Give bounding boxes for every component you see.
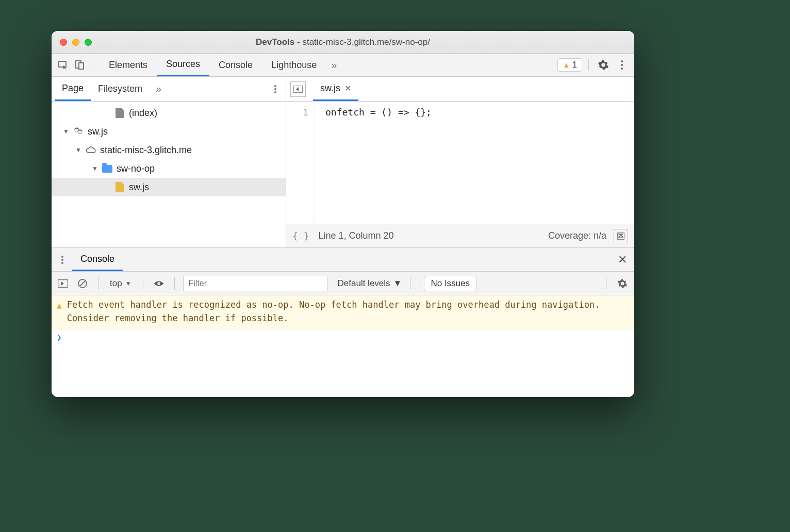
- console-prompt[interactable]: ❯: [52, 329, 634, 345]
- show-console-sidebar-icon[interactable]: [56, 276, 70, 291]
- tree-expand-icon[interactable]: ▼: [63, 128, 69, 135]
- levels-label: Default levels: [338, 278, 390, 289]
- tree-expand-icon[interactable]: ▼: [92, 165, 98, 172]
- title-prefix: DevTools -: [256, 37, 302, 47]
- tree-item-domain[interactable]: ▼ static-misc-3.glitch.me: [52, 141, 286, 159]
- main-toolbar: Elements Sources Console Lighthouse » ▲ …: [52, 54, 634, 77]
- log-levels-selector[interactable]: Default levels ▼: [333, 278, 402, 289]
- svg-point-5: [621, 68, 623, 70]
- console-settings-icon[interactable]: [615, 278, 630, 289]
- context-selector[interactable]: top ▼: [107, 278, 135, 289]
- console-drawer: Console ✕ top ▼ Default levels: [52, 247, 634, 397]
- warning-count: 1: [572, 60, 577, 70]
- coverage-label: Coverage: n/a: [548, 230, 606, 241]
- tree-label: sw.js: [88, 126, 108, 137]
- sources-sidebar: Page Filesystem » (index) ▼ s: [52, 77, 286, 247]
- tree-label: static-misc-3.glitch.me: [100, 145, 192, 156]
- tree-item-folder[interactable]: ▼ sw-no-op: [52, 159, 286, 178]
- cursor-position: Line 1, Column 20: [319, 230, 394, 241]
- drawer-tab-console[interactable]: Console: [72, 248, 123, 271]
- tab-console[interactable]: Console: [209, 54, 262, 76]
- divider: [98, 277, 98, 290]
- dropdown-icon: ▼: [125, 280, 131, 287]
- tree-item-index[interactable]: (index): [52, 104, 286, 122]
- editor-status-bar: { } Line 1, Column 20 Coverage: n/a: [286, 224, 634, 247]
- sidebar-tabs: Page Filesystem »: [52, 77, 286, 102]
- window-title: DevTools - static-misc-3.glitch.me/sw-no…: [256, 37, 430, 47]
- close-window-button[interactable]: [60, 39, 67, 46]
- more-options-icon[interactable]: [614, 57, 630, 73]
- svg-rect-11: [618, 234, 623, 235]
- js-file-icon: [114, 181, 125, 193]
- warning-icon: ▲: [563, 61, 570, 69]
- divider: [93, 59, 93, 71]
- svg-point-7: [274, 88, 276, 90]
- close-tab-icon[interactable]: ✕: [344, 84, 351, 93]
- cloud-icon: [86, 144, 96, 156]
- tree-label: sw.js: [129, 182, 149, 193]
- folder-icon: [102, 162, 112, 175]
- inspect-element-icon[interactable]: [56, 58, 70, 72]
- line-number: 1: [286, 107, 308, 118]
- issues-button[interactable]: No Issues: [424, 276, 476, 291]
- drawer-more-options-icon[interactable]: [56, 256, 69, 264]
- warning-message: Fetch event handler is recognized as no-…: [67, 298, 629, 325]
- close-drawer-icon[interactable]: ✕: [615, 253, 630, 267]
- svg-point-12: [61, 256, 63, 258]
- tree-expand-icon[interactable]: ▼: [75, 146, 81, 154]
- svg-point-3: [621, 60, 623, 62]
- device-toolbar-icon[interactable]: [72, 58, 87, 72]
- svg-point-4: [621, 64, 623, 66]
- file-tree: (index) ▼ sw.js ▼ static-misc-3.glitch.m…: [52, 102, 286, 247]
- tab-lighthouse[interactable]: Lighthouse: [262, 54, 326, 76]
- tab-elements[interactable]: Elements: [100, 54, 157, 76]
- sidebar-more-options-icon[interactable]: [268, 85, 283, 93]
- divider: [174, 277, 175, 290]
- divider: [410, 277, 410, 290]
- sidebar-tab-filesystem[interactable]: Filesystem: [91, 77, 150, 101]
- warnings-badge[interactable]: ▲ 1: [557, 58, 582, 72]
- clear-console-icon[interactable]: [75, 276, 90, 291]
- sidebar-tab-page[interactable]: Page: [55, 77, 91, 101]
- svg-point-14: [61, 262, 63, 264]
- svg-line-17: [80, 281, 85, 286]
- context-label: top: [110, 278, 122, 289]
- code-content[interactable]: onfetch = () => {};: [315, 102, 634, 224]
- svg-point-6: [274, 85, 276, 87]
- console-log: ▲ Fetch event handler is recognized as n…: [52, 295, 634, 397]
- toggle-debugger-pane-icon[interactable]: [614, 229, 628, 243]
- line-gutter: 1: [286, 102, 315, 224]
- console-toolbar: top ▼ Default levels ▼ No Issues: [52, 272, 634, 295]
- svg-rect-0: [59, 61, 66, 67]
- service-worker-icon: [73, 125, 84, 138]
- zoom-window-button[interactable]: [85, 39, 92, 46]
- more-tabs-icon[interactable]: »: [326, 59, 342, 71]
- traffic-lights: [60, 39, 92, 46]
- toggle-navigator-icon[interactable]: [290, 81, 306, 97]
- svg-point-8: [274, 91, 276, 93]
- tree-item-sw-root[interactable]: ▼ sw.js: [52, 122, 286, 141]
- live-expression-icon[interactable]: [152, 276, 166, 291]
- dropdown-icon: ▼: [393, 278, 402, 289]
- editor-tab-label: sw.js: [320, 83, 340, 94]
- tree-label: (index): [129, 108, 157, 119]
- editor-tabs: sw.js ✕: [286, 77, 634, 102]
- sidebar-more-tabs-icon[interactable]: »: [150, 83, 168, 95]
- tree-item-swjs[interactable]: sw.js: [52, 178, 286, 196]
- minimize-window-button[interactable]: [72, 39, 79, 46]
- divider: [588, 59, 589, 71]
- filter-input[interactable]: [183, 276, 327, 291]
- svg-point-13: [61, 259, 63, 261]
- pretty-print-icon[interactable]: { }: [292, 230, 309, 241]
- panel-tabs: Elements Sources Console Lighthouse »: [100, 54, 342, 76]
- settings-gear-icon[interactable]: [595, 57, 612, 73]
- warning-icon: ▲: [57, 298, 62, 325]
- tab-sources[interactable]: Sources: [157, 54, 209, 76]
- divider: [143, 277, 143, 290]
- editor-tab-swjs[interactable]: sw.js ✕: [313, 77, 358, 101]
- document-icon: [114, 107, 125, 119]
- svg-rect-2: [79, 63, 84, 69]
- console-warning-row[interactable]: ▲ Fetch event handler is recognized as n…: [52, 295, 634, 329]
- code-editor[interactable]: 1 onfetch = () => {};: [286, 102, 634, 224]
- devtools-window: DevTools - static-misc-3.glitch.me/sw-no…: [52, 31, 634, 397]
